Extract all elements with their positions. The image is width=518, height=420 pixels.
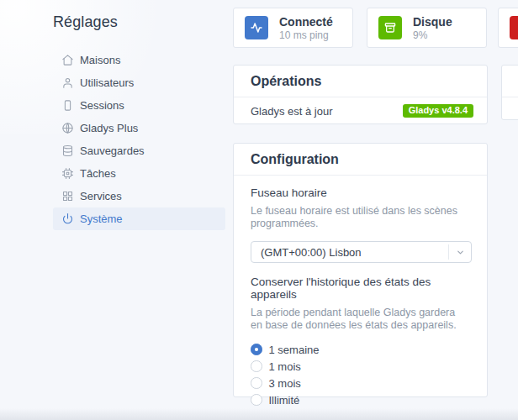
timezone-description: Le fuseau horaire est utilisé dans les s…: [251, 205, 470, 230]
operations-card: Opérations Gladys est à jour Gladys v4.8…: [233, 65, 488, 124]
sidebar-item-label: Sessions: [80, 99, 124, 112]
configuration-card: Configuration Fuseau horaire Le fuseau h…: [233, 143, 488, 397]
status-card-subtitle: 10 ms ping: [279, 29, 333, 41]
sidebar-item-utilisateurs[interactable]: Utilisateurs: [53, 71, 225, 94]
sidebar-item-maisons[interactable]: Maisons: [53, 49, 225, 71]
database-icon: [61, 144, 74, 158]
radio-icon: [251, 394, 262, 406]
sidebar-item-taches[interactable]: Tâches: [53, 162, 225, 185]
home-icon: [61, 54, 74, 67]
sidebar-item-sessions[interactable]: Sessions: [53, 94, 225, 117]
cpu-icon: [61, 167, 74, 181]
activity-icon: [245, 16, 268, 39]
sidebar-item-label: Gladys Plus: [80, 122, 138, 134]
sidebar-item-label: Sauvegardes: [80, 144, 145, 157]
settings-page: Réglages Maisons Utilisateurs Sessions: [0, 0, 518, 420]
update-status-row: Gladys est à jour Gladys v4.8.4: [234, 97, 487, 124]
sidebar-nav: Maisons Utilisateurs Sessions Gladys Plu…: [53, 49, 225, 230]
status-card-partial[interactable]: [498, 8, 518, 48]
power-icon: [61, 213, 74, 226]
sidebar-item-label: Services: [80, 190, 122, 202]
radio-1-semaine[interactable]: 1 semaine: [251, 341, 470, 358]
settings-sidebar: Réglages Maisons Utilisateurs Sessions: [53, 13, 225, 230]
radio-icon: [251, 344, 262, 355]
status-card-disk[interactable]: Disque 9%: [367, 8, 487, 48]
radio-icon: [251, 360, 262, 372]
radio-1-mois[interactable]: 1 mois: [251, 358, 470, 375]
sidebar-item-label: Utilisateurs: [80, 76, 134, 89]
status-card-subtitle: 9%: [413, 29, 452, 41]
timezone-select[interactable]: (GMT+00:00) Lisbon: [251, 241, 472, 263]
radio-illimite[interactable]: Illimité: [251, 391, 470, 408]
history-description: La période pendant laquelle Gladys garde…: [251, 307, 461, 332]
configuration-card-title: Configuration: [234, 144, 487, 176]
version-badge: Gladys v4.8.4: [403, 104, 473, 118]
archive-icon: [378, 16, 402, 39]
sidebar-item-label: Système: [80, 213, 123, 225]
user-icon: [61, 76, 74, 90]
partial-card-right: [501, 65, 518, 120]
status-card-title: Disque: [413, 15, 452, 29]
chevron-down-icon: [448, 244, 471, 260]
radio-3-mois[interactable]: 3 mois: [251, 375, 470, 391]
sidebar-item-systeme[interactable]: Système: [53, 207, 225, 230]
sidebar-item-sauvegardes[interactable]: Sauvegardes: [53, 139, 225, 162]
radio-icon: [251, 377, 262, 389]
grid-icon: [61, 190, 74, 203]
status-card-title: Connecté: [279, 15, 333, 29]
sidebar-item-label: Maisons: [80, 54, 120, 66]
timezone-selected-value: (GMT+00:00) Lisbon: [251, 246, 448, 259]
device-icon: [61, 99, 74, 113]
operations-card-title: Opérations: [234, 66, 487, 97]
status-card-connected[interactable]: Connecté 10 ms ping: [233, 8, 353, 48]
globe-icon: [61, 122, 74, 135]
update-status-text: Gladys est à jour: [251, 105, 333, 118]
timezone-label: Fuseau horaire: [251, 186, 470, 199]
sidebar-item-services[interactable]: Services: [53, 185, 225, 207]
alert-icon: [510, 16, 518, 39]
sidebar-item-label: Tâches: [80, 167, 116, 180]
page-title: Réglages: [53, 13, 225, 31]
sidebar-item-gladys-plus[interactable]: Gladys Plus: [53, 117, 225, 139]
history-radio-group: 1 semaine 1 mois 3 mois Illimité: [251, 341, 470, 418]
history-label: Conserver l'historique des états des app…: [251, 276, 470, 301]
